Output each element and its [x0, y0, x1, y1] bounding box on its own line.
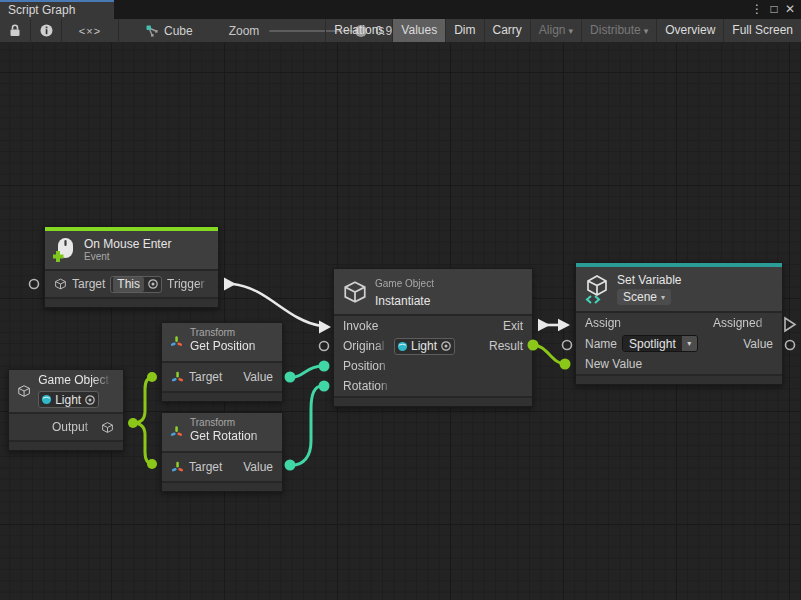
node-category: Game Object — [375, 278, 453, 290]
game-object-icon — [342, 279, 368, 305]
tab-script-graph[interactable]: Script Graph — [0, 0, 114, 19]
trigger-port-label: Trigger — [167, 277, 209, 291]
transform-icon — [170, 420, 183, 444]
node-title: Set Variable — [617, 273, 681, 287]
variable-name-dropdown[interactable]: Spotlight ▾ — [622, 335, 698, 352]
carry-button[interactable]: Carry — [484, 19, 530, 42]
toolbar-buttons: Relations Values Dim Carry Align▾ Distri… — [325, 19, 801, 42]
close-icon[interactable]: ✕ — [782, 1, 798, 18]
rotation-port-label: Rotation — [343, 379, 393, 393]
object-picker-icon[interactable] — [147, 278, 159, 290]
mouse-event-icon — [53, 237, 77, 263]
assigned-port-label: Assigned — [713, 316, 773, 330]
maximize-icon[interactable]: □ — [766, 1, 782, 18]
target-port-label: Target — [189, 370, 222, 384]
relations-button[interactable]: Relations — [325, 19, 392, 42]
breadcrumb[interactable]: Cube — [145, 24, 193, 38]
original-value-chip[interactable]: Light — [394, 338, 455, 355]
toolbar-separator — [118, 19, 119, 43]
node-title: Get Rotation — [190, 429, 274, 443]
fullscreen-button[interactable]: Full Screen — [723, 19, 801, 42]
align-button[interactable]: Align▾ — [530, 19, 581, 42]
graph-toolbar: <×> Cube Zoom 0.9x Relations Values Dim … — [0, 19, 801, 43]
result-port-label: Result — [489, 339, 523, 353]
overview-button[interactable]: Overview — [656, 19, 723, 42]
chevron-down-icon: ▾ — [661, 293, 665, 302]
info-button[interactable] — [31, 19, 61, 42]
node-title: Game Object — [38, 373, 114, 387]
light-object-icon — [41, 394, 52, 405]
node-game-object-light[interactable]: Game Object Light Output — [8, 369, 124, 451]
object-picker-icon[interactable] — [440, 340, 452, 352]
node-footer — [162, 393, 282, 401]
node-on-mouse-enter[interactable]: On Mouse Enter Event Target This Trigger — [44, 226, 219, 308]
light-object-icon — [397, 341, 408, 352]
chevron-down-icon: ▾ — [682, 336, 697, 351]
game-object-icon — [101, 421, 114, 434]
node-category: Transform — [190, 327, 274, 339]
lock-button[interactable] — [0, 19, 30, 42]
object-picker-icon[interactable] — [84, 394, 96, 406]
node-title: Instantiate — [375, 294, 453, 308]
script-graph-window: Script Graph ⋮ □ ✕ <×> — [0, 0, 801, 600]
name-port-label: Name — [585, 337, 617, 351]
node-subtitle: Event — [84, 251, 171, 263]
distribute-button[interactable]: Distribute▾ — [581, 19, 656, 42]
node-title: On Mouse Enter — [84, 237, 171, 251]
values-button[interactable]: Values — [392, 19, 445, 42]
node-footer — [576, 376, 782, 384]
exit-port-label: Exit — [503, 319, 523, 333]
game-object-icon — [54, 277, 67, 291]
value-port-label: Value — [743, 337, 773, 351]
chevron-down-icon: ▾ — [644, 26, 649, 36]
script-graph-icon — [145, 24, 159, 38]
transform-icon — [170, 330, 183, 354]
new-value-port-label: New Value — [585, 357, 642, 371]
node-footer — [45, 299, 218, 307]
game-object-icon — [17, 378, 31, 404]
node-category: Transform — [190, 417, 274, 429]
node-footer — [9, 442, 123, 450]
graph-name: Cube — [164, 24, 193, 38]
chevron-down-icon: ▾ — [569, 26, 574, 36]
view-code-button[interactable]: <×> — [62, 19, 118, 42]
node-footer — [162, 483, 282, 491]
object-value-chip[interactable]: Light — [38, 391, 99, 408]
target-port-label: Target — [189, 460, 222, 474]
lock-icon — [9, 24, 21, 37]
invoke-port-label: Invoke — [343, 319, 391, 333]
node-footer — [334, 398, 532, 406]
node-title: Get Position — [190, 339, 274, 353]
position-port-label: Position — [343, 359, 393, 373]
node-instantiate[interactable]: Game Object Instantiate Invoke Exit Orig… — [333, 268, 533, 407]
target-value-chip[interactable]: This — [110, 276, 162, 293]
transform-icon — [171, 371, 184, 384]
output-port-label: Output — [52, 420, 96, 434]
value-port-label: Value — [243, 460, 273, 474]
zoom-label: Zoom — [229, 24, 260, 38]
original-port-label: Original — [343, 339, 389, 353]
unity-variable-icon — [584, 274, 610, 304]
dim-button[interactable]: Dim — [445, 19, 483, 42]
node-set-variable[interactable]: Set Variable Scene ▾ Assign Assigned Nam… — [575, 262, 783, 385]
target-port-label: Target — [72, 277, 105, 291]
variable-scope-dropdown[interactable]: Scene ▾ — [617, 289, 671, 305]
info-icon — [40, 24, 53, 37]
value-port-label: Value — [243, 370, 273, 384]
transform-icon — [171, 461, 184, 474]
assign-port-label: Assign — [585, 316, 631, 330]
node-get-position[interactable]: Transform Get Position Target Value — [161, 322, 283, 402]
node-get-rotation[interactable]: Transform Get Rotation Target Value — [161, 412, 283, 492]
title-bar: Script Graph ⋮ □ ✕ — [0, 0, 801, 19]
window-menu-icon[interactable]: ⋮ — [749, 1, 765, 18]
